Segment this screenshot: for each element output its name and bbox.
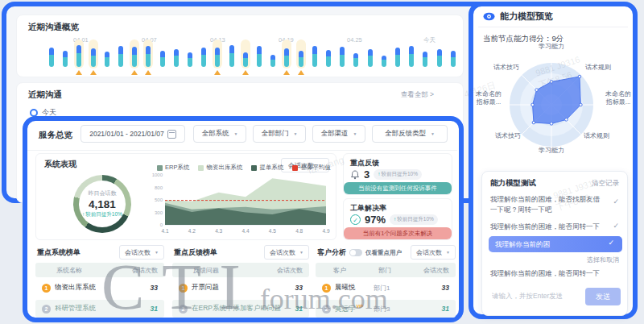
check-circle-icon: ✓	[350, 214, 361, 225]
test-message[interactable]: 我理解你当前的困难，能否周转一下	[490, 222, 605, 232]
capability-test-card: 能力模型测试 清空记录 我理解你当前的困难，能否找朋友借一下呢？周转一下吧 ✓ …	[481, 171, 628, 316]
filter-all-channels[interactable]: 全部渠道	[312, 125, 365, 143]
overview-bar	[451, 51, 456, 67]
metric-dropdown[interactable]: 会话次数	[119, 245, 164, 260]
calendar-icon	[167, 130, 176, 139]
overview-x-label: 04.25	[347, 36, 362, 44]
overview-bar	[243, 52, 248, 67]
date-range-picker[interactable]: 2021/01/01 - 2021/01/07	[80, 125, 185, 143]
svg-text:4.5: 4.5	[269, 228, 276, 234]
svg-text:4.2: 4.2	[188, 228, 196, 234]
table-title: 重点反馈榜单	[174, 247, 217, 258]
key-users-toggle[interactable]	[349, 249, 362, 256]
sessions-donut-chart: 昨日会话数 4,181 较前日提升10%	[73, 175, 131, 233]
ticket-rate-title: 工单解决率	[350, 203, 386, 214]
recent-title: 近期沟通	[28, 89, 62, 101]
table-header-row: 反馈问题 会话次数	[172, 263, 309, 277]
metric-dropdown[interactable]: 会话次数	[411, 245, 456, 260]
overview-bar	[340, 47, 345, 67]
radar-label-w: 未命名的 指标最...	[470, 90, 507, 107]
alert-triangle-icon	[145, 70, 151, 75]
overview-bar	[49, 48, 54, 67]
key-feedback-ranking: 重点反馈榜单 会话次数 反馈问题 会话次数 1 开票问题 33 2 在ERP系统…	[172, 245, 309, 261]
legend-item-wuzi[interactable]: 物资出库系统	[198, 164, 242, 172]
date-range-value: 2021/01/01 - 2021/01/07	[89, 130, 164, 138]
key-feedback-delta-badge: 较前日提升10%	[374, 169, 422, 180]
radar-label-sw: 话术技巧	[488, 132, 528, 140]
select-cancel-link[interactable]: 选择和取消	[587, 255, 619, 264]
overview-bar	[423, 52, 427, 67]
selected-test-message[interactable]: 我理解你当前的困	[489, 236, 622, 252]
check-icon: ✓	[608, 239, 614, 247]
overview-bar	[215, 48, 220, 67]
alert-triangle-icon	[90, 70, 97, 75]
table-row[interactable]: 1 开票问题 33	[172, 279, 309, 297]
overview-bar	[270, 55, 275, 67]
donut-center: 昨日会话数 4,181 较前日提升10%	[79, 181, 126, 227]
legend-swatch	[251, 165, 257, 171]
radar-label-nw: 话术技巧	[486, 64, 526, 72]
overview-bar	[188, 52, 192, 67]
chat-input[interactable]	[490, 291, 580, 301]
test-message[interactable]: 我理解你当前的困难，能否找朋友借一下呢？周转一下吧	[490, 194, 605, 215]
table-row[interactable]: 2 莫远宇VIP 部门3 31	[316, 300, 456, 318]
legend-item-average[interactable]: 整体平均值	[292, 164, 331, 172]
ticket-resolution-card: 工单解决率 ✓ 97% 较前日提升10% 当前有1个问题多次未解决	[343, 198, 452, 240]
rank-badge: 2	[322, 305, 331, 314]
key-feedback-card: 重点反馈 3 较前日提升10% 当前没有监测到任何投诉事件	[343, 153, 452, 195]
timeline-dot-icon	[30, 109, 38, 117]
system-performance-title: 系统表现	[44, 159, 76, 170]
filter-all-departments[interactable]: 全部部门	[253, 125, 306, 143]
filter-all-systems[interactable]: 全部系统	[193, 125, 246, 143]
radar-label-top: 学习能力	[531, 43, 572, 51]
alert-triangle-icon	[283, 70, 290, 75]
svg-text:500: 500	[155, 197, 163, 202]
key-feedback-value: 3	[364, 168, 369, 181]
send-button[interactable]: 发送	[585, 288, 621, 305]
svg-text:4.1: 4.1	[161, 228, 168, 234]
overview-bar	[76, 45, 81, 67]
service-overview-title: 服务总览	[39, 130, 72, 141]
unresolved-issue-banner: 当前有1个问题多次未解决	[344, 227, 452, 239]
alert-triangle-icon	[76, 70, 82, 75]
svg-text:1000: 1000	[152, 172, 163, 177]
table-row[interactable]: 1 晨曦悦 部门1 33	[316, 279, 456, 297]
overview-x-label: 今天	[423, 36, 436, 44]
clear-records-link[interactable]: 清空记录	[592, 179, 619, 189]
table-row[interactable]: 2 科研管理系统 31	[35, 300, 164, 318]
test-message[interactable]: 我理解你当前的困难，能否周转一下	[490, 268, 605, 279]
metric-dropdown[interactable]: 会话次数	[264, 245, 309, 260]
overview-bar	[160, 51, 165, 67]
overview-bar	[118, 46, 123, 67]
capability-title: 能力模型预览	[500, 10, 553, 23]
filter-all-feedback-types[interactable]: 全部反馈类型	[372, 125, 448, 143]
communication-overview-panel: 近期沟通概览 04.0104.0704.1304.1904.25今天	[16, 15, 464, 77]
table-row[interactable]: 2 在ERP系统中添加客户ID问题 31	[172, 300, 309, 318]
overview-bar	[299, 51, 303, 67]
legend-item-tidan[interactable]: 提单系统	[251, 164, 283, 172]
overview-bar	[326, 50, 331, 67]
no-complaint-banner: 当前没有监测到任何投诉事件	[344, 182, 452, 194]
svg-text:300: 300	[155, 210, 163, 215]
svg-text:4.3: 4.3	[215, 228, 222, 234]
eye-icon	[483, 12, 495, 21]
table-row[interactable]: 1 物资出库系统 33	[35, 279, 164, 297]
svg-text:4.8: 4.8	[295, 228, 303, 234]
toggle-label: 仅看重点用户	[365, 249, 402, 257]
overview-bar-chart: 04.0104.0704.1304.1904.25今天	[17, 15, 463, 77]
alarm-icon	[350, 170, 360, 180]
capability-test-title: 能力模型测试	[490, 178, 536, 189]
donut-delta: 较前日提升10%	[82, 211, 122, 218]
view-all-link[interactable]: 查看全部 >	[401, 90, 434, 100]
legend-item-erp[interactable]: ERP系统	[157, 164, 189, 172]
legend-swatch	[198, 165, 204, 171]
svg-text:800: 800	[155, 185, 163, 190]
alert-triangle-icon	[298, 70, 304, 75]
svg-text:0: 0	[160, 222, 163, 227]
rank-badge: 2	[42, 305, 51, 314]
svg-text:4.4: 4.4	[242, 228, 249, 234]
radar-label-se: 话术规则	[576, 132, 617, 140]
donut-label: 昨日会话数	[89, 189, 117, 197]
key-feedback-title: 重点反馈	[350, 158, 379, 168]
check-icon: ✓	[613, 222, 619, 230]
